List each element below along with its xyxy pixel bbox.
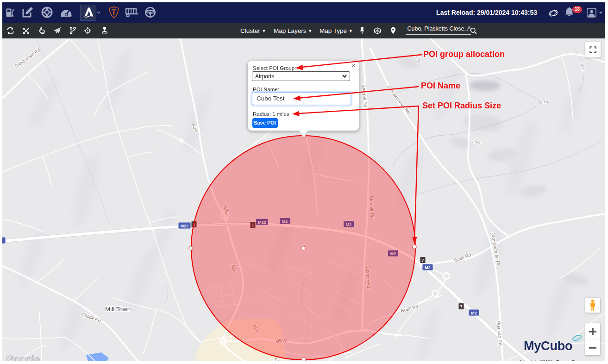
svg-text:Google: Google — [6, 353, 40, 361]
svg-text:M2: M2 — [471, 311, 477, 315]
svg-text:7: 7 — [460, 304, 463, 309]
svg-text:M2: M2 — [425, 265, 431, 270]
svg-text:Map data ©2024 Terms Repor: Map data ©2024 Terms Repor — [520, 359, 584, 361]
svg-text:7: 7 — [422, 258, 424, 263]
svg-text:M22: M22 — [181, 224, 189, 228]
svg-text:Mill Town: Mill Town — [105, 306, 131, 313]
